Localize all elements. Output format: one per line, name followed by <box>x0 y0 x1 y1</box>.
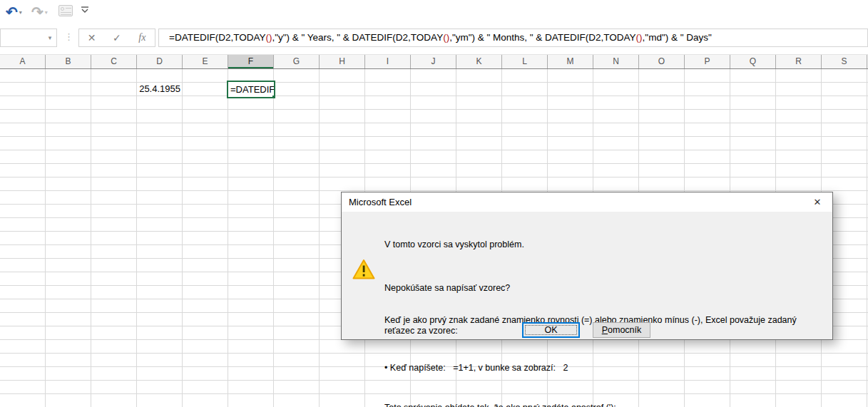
cancel-entry-button[interactable]: ✕ <box>81 32 103 43</box>
formula-segment: () <box>443 32 449 43</box>
column-header-s[interactable]: S <box>822 55 867 68</box>
cell-d2[interactable]: 25.4.1955 <box>137 83 180 96</box>
formula-segment: =DATEDIF(D2,TODAY <box>169 32 265 43</box>
column-header-o[interactable]: O <box>639 55 685 68</box>
column-headers: ABCDEFGHIJKLMNOPQRS <box>0 54 868 69</box>
column-header-k[interactable]: K <box>456 55 502 68</box>
column-header-q[interactable]: Q <box>730 55 776 68</box>
alert-dialog: Microsoft Excel ✕ V tomto vzorci sa vysk… <box>341 192 833 340</box>
undo-icon: ↶ <box>6 4 18 21</box>
formula-bar-resizer-icon[interactable]: ⋮ <box>64 31 73 42</box>
qat-customize-chevron-icon <box>80 5 90 15</box>
column-header-l[interactable]: L <box>502 55 548 68</box>
formula-bar-row: ▾ ⋮ ✕ ✓ fx =DATEDIF(D2,TODAY(),"y") & " … <box>0 27 868 51</box>
name-box[interactable]: ▾ <box>0 29 57 47</box>
column-header-c[interactable]: C <box>91 55 137 68</box>
undo-dropdown-icon[interactable]: ▾ <box>19 9 22 16</box>
formula-segment: ,"ym") & " Months, " & DATEDIF(D2,TODAY <box>449 32 635 43</box>
help-button[interactable]: Pomocník <box>593 322 650 338</box>
touch-card-icon <box>58 5 73 16</box>
cell-f2-text: =DATEDIF <box>230 84 275 95</box>
formula-input[interactable]: =DATEDIF(D2,TODAY(),"y") & " Years, " & … <box>158 29 868 47</box>
excel-window: ↶ ▾ ↷ ▾ ▾ ⋮ ✕ ✓ fx =DATEDIF(D2,TODAY(), <box>0 0 868 407</box>
dialog-message: V tomto vzorci sa vyskytol problém. Nepo… <box>384 218 824 407</box>
name-box-dropdown-icon[interactable]: ▾ <box>44 34 56 41</box>
insert-function-button[interactable]: fx <box>131 32 153 43</box>
formula-segment: ,"md") & " Days" <box>643 32 712 43</box>
column-header-g[interactable]: G <box>274 55 320 68</box>
message-line: Nepokúšate sa napísať vzorec? <box>384 283 824 294</box>
undo-button[interactable]: ↶ ▾ <box>6 2 22 22</box>
dialog-close-button[interactable]: ✕ <box>802 192 832 212</box>
column-header-p[interactable]: P <box>685 55 730 68</box>
ok-button-label: OK <box>524 324 578 336</box>
column-header-n[interactable]: N <box>593 55 639 68</box>
message-line: Toto správanie obídete tak, že ako prvý … <box>384 403 824 407</box>
column-header-h[interactable]: H <box>320 55 365 68</box>
column-header-a[interactable]: A <box>0 55 46 68</box>
dialog-titlebar[interactable]: Microsoft Excel ✕ <box>342 192 832 212</box>
column-header-d[interactable]: D <box>137 55 183 68</box>
formula-segment: () <box>636 32 643 43</box>
text-cursor <box>275 86 275 95</box>
cell-f2-editing[interactable]: =DATEDIF <box>227 81 275 98</box>
redo-button[interactable]: ↷ ▾ <box>31 2 48 22</box>
column-header-f[interactable]: F <box>228 55 274 68</box>
message-line: V tomto vzorci sa vyskytol problém. <box>384 239 824 250</box>
ok-button[interactable]: OK <box>522 322 580 338</box>
formula-buttons: ✕ ✓ fx <box>78 29 155 47</box>
customize-qat-button[interactable] <box>80 5 90 15</box>
column-header-j[interactable]: J <box>411 55 456 68</box>
column-header-b[interactable]: B <box>46 55 91 68</box>
quick-access-toolbar: ↶ ▾ ↷ ▾ <box>0 0 868 26</box>
help-button-label: Pomocník <box>602 325 642 335</box>
formula-segment: ,"y") & " Years, " & DATEDIF(D2,TODAY <box>272 32 443 43</box>
column-header-m[interactable]: M <box>548 55 593 68</box>
column-header-i[interactable]: I <box>365 55 411 68</box>
dialog-title: Microsoft Excel <box>342 197 802 207</box>
column-header-r[interactable]: R <box>776 55 822 68</box>
column-header-e[interactable]: E <box>183 55 228 68</box>
redo-icon: ↷ <box>31 4 44 21</box>
message-line: • Keď napíšete: =1+1, v bunke sa zobrazí… <box>384 363 824 373</box>
confirm-entry-button[interactable]: ✓ <box>106 32 128 43</box>
redo-dropdown-icon: ▾ <box>45 9 48 16</box>
fill-handle[interactable] <box>272 95 275 98</box>
warning-icon <box>352 259 375 280</box>
